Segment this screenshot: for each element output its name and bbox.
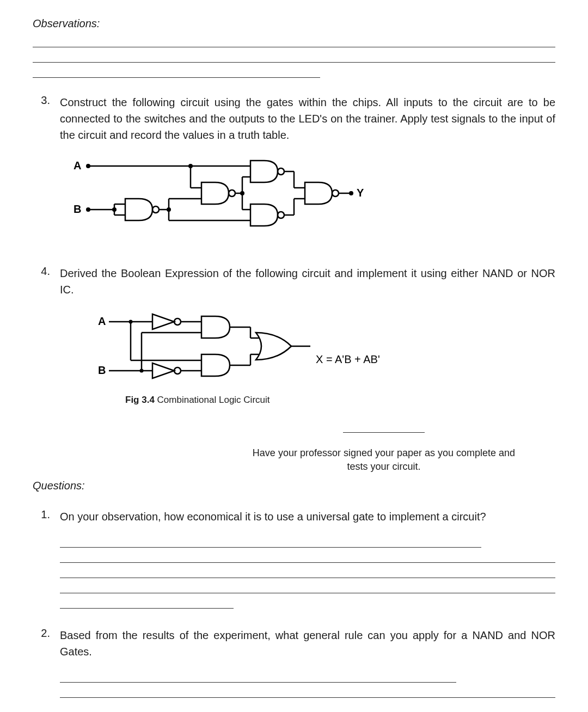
blank-line — [60, 670, 456, 683]
question-2: 2. Based from the results of the experim… — [33, 627, 555, 712]
question-text: On your observation, how economical it i… — [60, 508, 555, 525]
svg-point-37 — [349, 191, 353, 195]
item-number: 3. — [33, 94, 60, 107]
observations-heading: Observations: — [33, 17, 555, 30]
circuit-diagram-1: A B — [60, 154, 555, 249]
blank-line — [60, 565, 555, 578]
figure-title: Combinational Logic Circuit — [155, 395, 270, 405]
list-item-3: 3. Construct the following circuit using… — [33, 94, 555, 143]
equation-text: X = A'B + AB' — [316, 353, 380, 365]
blank-line — [60, 535, 481, 548]
item-number: 2. — [33, 627, 60, 640]
item-text: Derived the Boolean Expression of the fo… — [60, 265, 555, 298]
label-a: A — [74, 159, 81, 171]
item-number: 1. — [33, 508, 60, 521]
circuit-diagram-2: A B — [93, 309, 555, 406]
blank-line — [60, 550, 555, 563]
question-1: 1. On your observation, how economical i… — [33, 508, 555, 611]
figure-number: Fig 3.4 — [125, 395, 155, 405]
note-line-1: Have your professor signed your paper as… — [253, 447, 515, 458]
item-number: 4. — [33, 265, 60, 278]
label-a: A — [98, 315, 106, 327]
list-item-4: 4. Derived the Boolean Expression of the… — [33, 265, 555, 298]
svg-point-23 — [278, 168, 284, 175]
questions-heading: Questions: — [33, 480, 555, 492]
blank-line — [60, 580, 555, 593]
signature-line — [343, 432, 425, 433]
blank-line — [33, 65, 320, 78]
page-content: Observations: 3. Construct the following… — [0, 0, 588, 712]
blank-line — [60, 685, 555, 698]
label-y: Y — [357, 187, 364, 199]
note-line-2: tests your circuit. — [347, 461, 420, 472]
blank-line — [60, 700, 555, 712]
svg-point-35 — [332, 190, 339, 197]
label-b: B — [74, 203, 81, 215]
svg-point-17 — [229, 190, 235, 197]
figure-caption: Fig 3.4 Combinational Logic Circuit — [125, 395, 555, 406]
blank-line — [60, 596, 234, 609]
item-text: Construct the following circuit using th… — [60, 94, 555, 143]
blank-line — [33, 34, 555, 47]
label-b: B — [98, 364, 106, 376]
blank-line — [33, 50, 555, 63]
svg-point-31 — [278, 212, 284, 218]
svg-point-10 — [152, 206, 159, 213]
question-text: Based from the results of the experiment… — [60, 627, 555, 660]
instruction-note: Have your professor signed your paper as… — [33, 433, 555, 474]
